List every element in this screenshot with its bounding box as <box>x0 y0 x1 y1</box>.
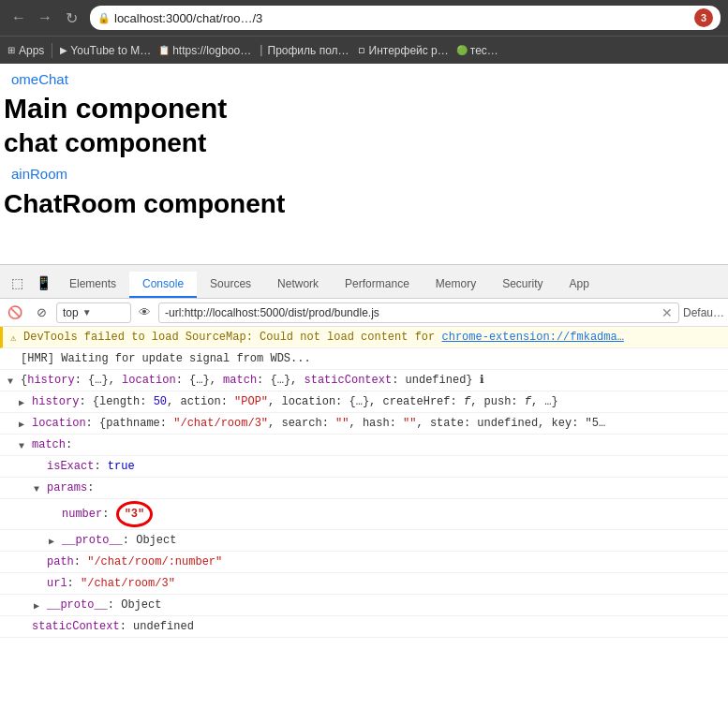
warn-icon: ⚠ <box>10 332 20 346</box>
grid-icon: ⊞ <box>7 45 15 55</box>
tab-app[interactable]: App <box>557 272 602 298</box>
omechat-link[interactable]: omeChat <box>4 67 76 91</box>
bookmark-tes-label: тес… <box>470 44 498 57</box>
console-line-match: ▼ match: <box>0 435 728 456</box>
lock-icon: 🔒 <box>97 12 111 24</box>
tab-network[interactable]: Network <box>264 272 332 298</box>
inspect-element-button[interactable]: ⬚ <box>4 270 30 296</box>
back-button[interactable]: ← <box>7 7 30 29</box>
interface-icon: 🗆 <box>357 45 366 55</box>
filter-input[interactable] <box>165 306 661 319</box>
console-line-location: ▶ location: {pathname: "/chat/room/3", s… <box>0 413 728 435</box>
console-bar: 🚫 ⊘ top ▼ 👁 ✕ Defau… <box>0 299 728 327</box>
tab-sources[interactable]: Sources <box>197 272 264 298</box>
forward-button[interactable]: → <box>34 7 56 29</box>
page-content: omeChat Main component chat component ai… <box>0 64 728 260</box>
bookmark-profil-label: Профиль пол… <box>268 44 349 57</box>
sourcemap-link[interactable]: chrome-extension://fmkadma… <box>441 331 623 344</box>
devtools-panel: ⬚ 📱 Elements Console Sources Network Per… <box>0 264 728 723</box>
expand-match-icon[interactable]: ▼ <box>19 439 28 453</box>
filter-button[interactable]: ⊘ <box>30 302 52 324</box>
location-text: location: {pathname: "/chat/room/3", sea… <box>32 415 721 432</box>
tab-security[interactable]: Security <box>489 272 556 298</box>
console-line-url: url: "/chat/room/3" <box>0 573 728 595</box>
object-text: {history: {…}, location: {…}, match: {…}… <box>21 372 721 389</box>
url-text-line: url: "/chat/room/3" <box>47 575 721 592</box>
device-toggle-button[interactable]: 📱 <box>30 270 56 296</box>
context-arrow-icon: ▼ <box>82 307 92 317</box>
logboo-icon: 📋 <box>158 45 170 55</box>
bookmark-separator <box>52 43 52 58</box>
reload-button[interactable]: ↻ <box>60 7 82 29</box>
youtube-icon: ▶ <box>60 45 67 55</box>
bookmarks-bar: ⊞ Apps ▶ YouTube to M… 📋 https://logboo…… <box>0 36 728 64</box>
console-output: ⚠ DevTools failed to load SourceMap: Cou… <box>0 327 728 711</box>
console-line-path: path: "/chat/room/:number" <box>0 552 728 573</box>
default-levels-label: Defau… <box>683 306 724 319</box>
console-line-hmr: [HMR] Waiting for update signal from WDS… <box>0 348 728 370</box>
tab-memory[interactable]: Memory <box>423 272 489 298</box>
tab-performance[interactable]: Performance <box>332 272 423 298</box>
console-line-number: number: "3" <box>0 499 728 530</box>
proto-params-text: __proto__: Object <box>62 532 721 549</box>
nav-buttons: ← → ↻ <box>7 7 82 29</box>
tab-console[interactable]: Console <box>129 272 197 298</box>
context-selector[interactable]: top ▼ <box>56 302 131 323</box>
bookmark-profil[interactable]: │ Профиль пол… <box>259 44 349 57</box>
expand-location-icon[interactable]: ▶ <box>19 418 28 432</box>
tab-elements[interactable]: Elements <box>56 272 129 298</box>
console-line-proto-params: ▶ __proto__: Object <box>0 530 728 552</box>
bookmark-logboo-label: https://logboo… <box>172 44 251 57</box>
chat-component-heading: chat component <box>0 126 728 160</box>
console-line-staticcontext: staticContext: undefined <box>0 616 728 638</box>
hmr-text: [HMR] Waiting for update signal from WDS… <box>21 350 721 367</box>
number-text: number: "3" <box>62 501 721 527</box>
path-text: path: "/chat/room/:number" <box>47 553 721 570</box>
console-warn-text: DevTools failed to load SourceMap: Could… <box>23 329 721 346</box>
isexact-text: isExact: true <box>47 458 721 475</box>
ainroom-link[interactable]: ainRoom <box>4 162 75 185</box>
chatroom-component-heading: ChatRoom component <box>0 187 728 221</box>
expand-icon[interactable]: ▼ <box>7 375 17 389</box>
bookmark-youtube-label: YouTube to M… <box>70 44 151 57</box>
main-component-heading: Main component <box>0 91 728 126</box>
console-line-history: ▶ history: {length: 50, action: "POP", l… <box>0 391 728 413</box>
console-line-proto-match: ▶ __proto__: Object <box>0 595 728 616</box>
profil-icon: │ <box>259 45 264 55</box>
apps-bookmark[interactable]: ⊞ Apps <box>7 44 44 57</box>
bookmark-youtube[interactable]: ▶ YouTube to M… <box>60 44 151 57</box>
params-text: params: <box>47 480 721 496</box>
console-line-params: ▼ params: <box>0 478 728 499</box>
address-badge: 3 <box>694 8 713 27</box>
browser-toolbar: ← → ↻ 🔒 localhost:3000/chat/roo…/3 3 <box>0 0 728 36</box>
bookmark-logboo[interactable]: 📋 https://logboo… <box>158 44 251 57</box>
history-text: history: {length: 50, action: "POP", loc… <box>32 393 721 410</box>
proto-match-text: __proto__: Object <box>47 597 721 613</box>
expand-proto-match-icon[interactable]: ▶ <box>34 599 43 613</box>
devtools-tabs: ⬚ 📱 Elements Console Sources Network Per… <box>0 265 728 299</box>
address-bar[interactable]: 🔒 localhost:3000/chat/roo…/3 3 <box>90 6 721 30</box>
bookmark-interface-label: Интерфейс р… <box>369 44 449 57</box>
clear-console-button[interactable]: 🚫 <box>4 302 26 324</box>
apps-label: Apps <box>19 44 44 57</box>
console-line-object: ▼ {history: {…}, location: {…}, match: {… <box>0 370 728 391</box>
bookmark-interface[interactable]: 🗆 Интерфейс р… <box>357 44 449 57</box>
staticcontext-text: staticContext: undefined <box>32 618 721 635</box>
filter-clear-button[interactable]: ✕ <box>661 305 673 320</box>
expand-params-icon[interactable]: ▼ <box>34 482 43 496</box>
filter-input-wrap: ✕ <box>158 302 679 323</box>
url-text: localhost:3000/chat/roo…/3 <box>114 11 691 25</box>
expand-history-icon[interactable]: ▶ <box>19 396 28 410</box>
console-line-warn: ⚠ DevTools failed to load SourceMap: Cou… <box>0 327 728 348</box>
context-value: top <box>63 306 79 319</box>
expand-proto-params-icon[interactable]: ▶ <box>49 535 58 549</box>
match-text: match: <box>32 436 721 453</box>
tes-icon: 🟢 <box>456 45 468 55</box>
eye-button[interactable]: 👁 <box>135 303 155 321</box>
console-line-isexact: isExact: true <box>0 456 728 478</box>
number-value-annotated: "3" <box>116 501 154 527</box>
bookmark-tes[interactable]: 🟢 тес… <box>456 44 498 57</box>
